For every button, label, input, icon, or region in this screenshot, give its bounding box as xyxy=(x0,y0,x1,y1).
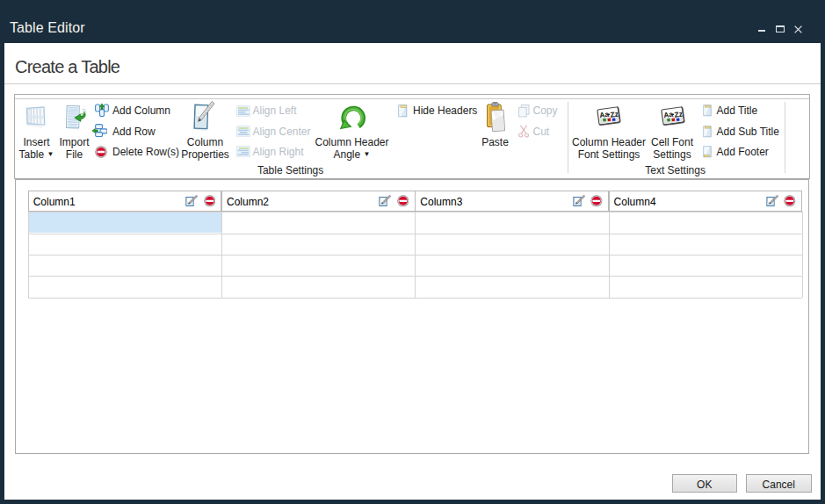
svg-text:Zz: Zz xyxy=(610,109,619,119)
svg-text:Zz: Zz xyxy=(673,109,683,119)
